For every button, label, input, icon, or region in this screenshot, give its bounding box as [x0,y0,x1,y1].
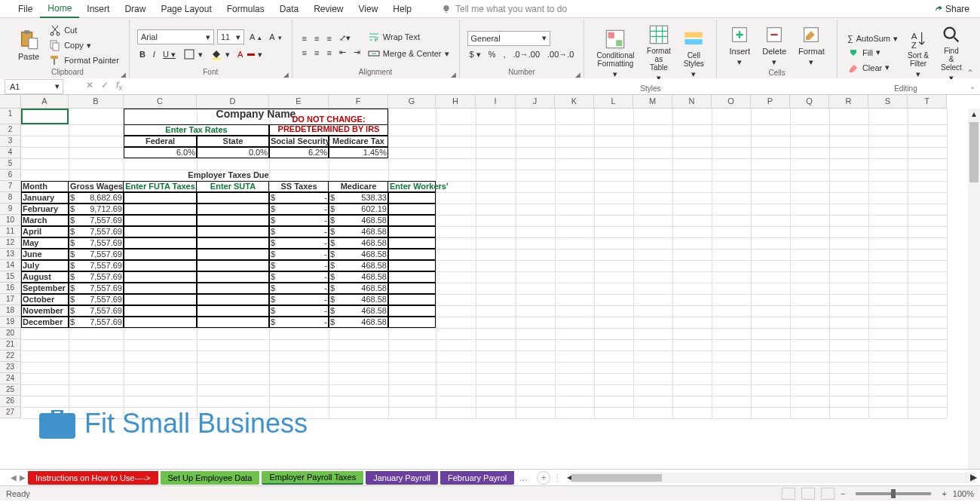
wrap-text-button[interactable]: Wrap Text [366,30,452,44]
med-9[interactable]: $468.58 [329,294,388,305]
cut-button[interactable]: Cut [47,23,121,37]
month-December[interactable]: December [21,317,69,328]
row-header-26[interactable]: 26 [0,396,21,407]
med-11[interactable]: $468.58 [329,317,388,328]
ss-6[interactable]: $- [269,260,329,271]
sheet-tabs-more[interactable]: ... [516,473,530,483]
tab-home[interactable]: Home [40,0,79,18]
gross-wages-8[interactable]: $7,557.69 [69,283,124,294]
month-June[interactable]: June [21,249,69,260]
row-header-3[interactable]: 3 [0,136,21,147]
grow-font-button[interactable]: A▴ [247,32,264,42]
align-top-button[interactable]: ≡ [300,33,309,44]
col-header-O[interactable]: O [712,95,751,109]
tab-view[interactable]: View [351,1,386,17]
ss-5[interactable]: $- [269,249,329,260]
sheet-tab-employer-taxes[interactable]: Employer Payroll Taxes [262,471,363,485]
sheet-tab-february[interactable]: February Payrol [440,471,514,485]
cell-styles-button[interactable]: Cell Styles▾ [678,23,709,84]
tab-help[interactable]: Help [385,1,419,17]
shrink-font-button[interactable]: A▾ [267,32,283,42]
col-header-M[interactable]: M [633,95,672,109]
ss-11[interactable]: $- [269,317,329,328]
zoom-slider[interactable] [856,492,931,495]
col-header-G[interactable]: G [388,95,436,109]
enter-tax-rates[interactable]: Enter Tax Rates [124,124,269,136]
row-header-12[interactable]: 12 [0,237,21,249]
ss-1[interactable]: $- [269,204,329,215]
gross-wages-4[interactable]: $7,557.69 [69,237,124,249]
clear-button[interactable]: Clear ▾ [845,61,900,75]
med-10[interactable]: $468.58 [329,305,388,317]
row-header-15[interactable]: 15 [0,271,21,283]
conditional-formatting-button[interactable]: Conditional Formatting▾ [592,23,639,84]
view-page-layout-button[interactable] [801,488,815,500]
row-header-8[interactable]: 8 [0,192,21,204]
view-normal-button[interactable] [782,488,795,500]
month-March[interactable]: March [21,215,69,226]
zoom-level[interactable]: 100% [953,489,974,498]
gross-wages-1[interactable]: $9,712.69 [69,204,124,215]
hdr-ss[interactable]: Social Security [269,136,329,147]
th-medicare[interactable]: Medicare [329,181,388,192]
align-middle-button[interactable]: ≡ [312,33,321,44]
month-September[interactable]: September [21,283,69,294]
ss-10[interactable]: $- [269,305,329,317]
employer-taxes-title[interactable]: Employer Taxes Due [21,170,436,181]
col-header-J[interactable]: J [516,95,555,109]
col-header-T[interactable]: T [908,95,947,109]
col-header-L[interactable]: L [594,95,633,109]
vertical-scrollbar[interactable]: ▴ [968,109,980,469]
irs-note[interactable]: DO NOT CHANGE:PREDETERMINED BY IRS [269,115,388,136]
zoom-out-button[interactable]: − [841,489,845,498]
tell-me-search[interactable]: Tell me what you want to do [442,4,567,14]
enter-formula-button[interactable]: ✓ [101,80,109,92]
col-header-K[interactable]: K [555,95,594,109]
accounting-button[interactable]: $ ▾ [467,49,483,60]
col-header-N[interactable]: N [672,95,712,109]
formula-input[interactable] [122,79,969,94]
col-header-A[interactable]: A [21,95,69,109]
th-ss[interactable]: SS Taxes [269,181,329,192]
tab-review[interactable]: Review [306,1,351,17]
col-header-P[interactable]: P [751,95,790,109]
month-February[interactable]: February [21,204,69,215]
ss-4[interactable]: $- [269,237,329,249]
rate-state[interactable]: 0.0% [197,147,269,158]
med-7[interactable]: $468.58 [329,271,388,283]
col-header-F[interactable]: F [329,95,388,109]
th-suta[interactable]: Enter SUTA [197,181,269,192]
gross-wages-10[interactable]: $7,557.69 [69,305,124,317]
row-header-11[interactable]: 11 [0,226,21,237]
med-4[interactable]: $468.58 [329,237,388,249]
ss-3[interactable]: $- [269,226,329,237]
find-select-button[interactable]: Find & Select▾ [936,23,966,84]
spreadsheet-grid[interactable]: ABCDEFGHIJKLMNOPQRST 1234567891011121314… [0,95,980,469]
row-header-18[interactable]: 18 [0,305,21,317]
add-sheet-button[interactable]: + [537,471,550,485]
tab-formulas[interactable]: Formulas [219,1,272,17]
row-header-19[interactable]: 19 [0,317,21,328]
row-header-13[interactable]: 13 [0,249,21,260]
ss-9[interactable]: $- [269,294,329,305]
tab-insert[interactable]: Insert [79,1,117,17]
fill-button[interactable]: Fill ▾ [845,46,900,60]
clipboard-launcher[interactable]: ◢ [121,71,126,78]
merge-center-button[interactable]: Merge & Center ▾ [366,47,452,60]
name-box[interactable]: A1▾ [5,79,63,94]
formula-bar-expand[interactable]: ⌄ [969,82,980,90]
med-1[interactable]: $602.19 [329,204,388,215]
row-header-17[interactable]: 17 [0,294,21,305]
number-format-select[interactable]: General▾ [467,31,550,46]
increase-indent-button[interactable]: ⇥ [351,47,363,58]
tab-file[interactable]: File [11,1,40,17]
ss-2[interactable]: $- [269,215,329,226]
row-header-10[interactable]: 10 [0,215,21,226]
font-size-select[interactable]: 11▾ [217,29,244,44]
horizontal-scrollbar[interactable]: ◀▶ [568,473,975,483]
percent-button[interactable]: % [486,49,498,60]
font-launcher[interactable]: ◢ [283,71,289,78]
gross-wages-6[interactable]: $7,557.69 [69,260,124,271]
insert-function-button[interactable]: fx [116,80,122,92]
gross-wages-11[interactable]: $7,557.69 [69,317,124,328]
